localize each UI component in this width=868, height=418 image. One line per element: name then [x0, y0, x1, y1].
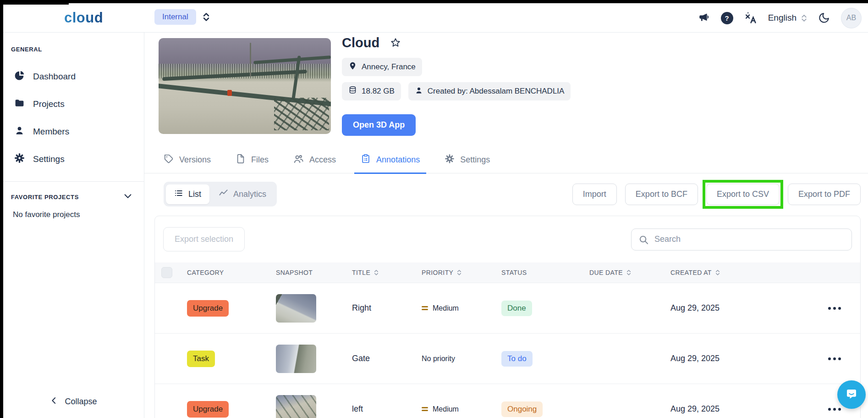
star-icon[interactable] [390, 37, 401, 49]
sidebar-item-settings[interactable]: Settings [3, 145, 144, 173]
chevron-left-icon [50, 396, 58, 407]
annotations-table-card: Export selection CATEGORY SNAPSHOT TITLE… [154, 216, 861, 418]
users-icon [293, 154, 304, 167]
sort-icon [374, 269, 379, 276]
created-at: Aug 29, 2025 [670, 354, 776, 363]
open-3d-app-button[interactable]: Open 3D App [342, 114, 416, 136]
import-button[interactable]: Import [572, 184, 617, 205]
page-title: Cloud [342, 35, 379, 50]
gear-icon [445, 154, 455, 166]
moon-icon[interactable] [818, 12, 830, 24]
project-tabs: Versions Files Access Annotations [144, 147, 868, 173]
tab-access[interactable]: Access [293, 147, 336, 173]
view-analytics-label: Analytics [233, 189, 266, 199]
row-menu-button[interactable] [824, 354, 845, 364]
chevron-updown-icon[interactable] [203, 12, 210, 22]
gear-icon [14, 153, 25, 166]
table-row[interactable]: Task Gate No priority To do Aug 29, 2025 [155, 333, 860, 384]
location-pin-icon [348, 61, 357, 72]
window-frame-top [0, 0, 868, 3]
workspace-chip[interactable]: Internal [154, 9, 196, 25]
tab-label: Files [251, 155, 269, 165]
search-box [631, 229, 852, 251]
file-icon [236, 154, 246, 166]
header-actions: ? English AB [698, 3, 862, 33]
tab-label: Access [309, 155, 336, 165]
size-label: 18.82 GB [362, 87, 395, 96]
column-header-title[interactable]: TITLE [352, 269, 422, 276]
help-icon[interactable]: ? [721, 12, 733, 24]
app-logo[interactable]: cloud [64, 10, 103, 26]
priority-cell: No priority [422, 355, 501, 363]
favorites-section-header[interactable]: FAVORITE PROJECTS [3, 182, 144, 203]
window-frame-left [0, 0, 3, 418]
sidebar-item-dashboard[interactable]: Dashboard [3, 63, 144, 90]
avatar[interactable]: AB [841, 8, 862, 28]
collapse-sidebar-button[interactable]: Collapse [3, 391, 144, 412]
export-bcf-button[interactable]: Export to BCF [625, 184, 698, 205]
table-row[interactable]: Upgrade Right Medium Done Aug 29, 2025 [155, 283, 860, 333]
category-badge: Upgrade [187, 401, 229, 418]
table-row[interactable]: Upgrade left Medium Ongoing Aug 29, 2025 [155, 384, 860, 418]
export-csv-button[interactable]: Export to CSV [706, 184, 780, 205]
table-header-row: CATEGORY SNAPSHOT TITLE PRIORITY STATUS … [155, 262, 860, 283]
location-label: Annecy, France [362, 62, 416, 72]
favorites-heading: FAVORITE PROJECTS [11, 194, 79, 201]
megaphone-icon[interactable] [698, 12, 710, 24]
created-at: Aug 29, 2025 [670, 404, 776, 414]
sidebar: GENERAL Dashboard Projects Members [3, 33, 144, 418]
list-icon [174, 189, 183, 200]
sort-icon [626, 269, 631, 276]
tab-annotations[interactable]: Annotations [361, 147, 420, 173]
column-header-due-date[interactable]: DUE DATE [589, 269, 670, 276]
column-header-snapshot: SNAPSHOT [276, 269, 352, 276]
clipboard-icon [361, 154, 371, 166]
export-selection-button[interactable]: Export selection [163, 227, 245, 251]
column-header-category: CATEGORY [187, 269, 276, 276]
translate-icon[interactable] [744, 11, 757, 24]
row-menu-button[interactable] [824, 404, 845, 414]
tab-files[interactable]: Files [236, 147, 269, 173]
sidebar-item-label: Dashboard [33, 72, 76, 82]
size-chip: 18.82 GB [342, 82, 401, 100]
select-all-checkbox[interactable] [161, 267, 172, 278]
status-badge: Ongoing [501, 401, 543, 417]
status-badge: Done [501, 301, 532, 316]
export-pdf-button[interactable]: Export to PDF [788, 184, 861, 205]
person-icon [14, 125, 25, 138]
view-analytics-button[interactable]: Analytics [210, 184, 275, 204]
sidebar-item-members[interactable]: Members [3, 118, 144, 145]
view-toggle: List Analytics [164, 182, 277, 206]
annotations-toolbar: List Analytics Import Export to BCF Expo… [164, 183, 861, 206]
export-buttons: Import Export to BCF Export to CSV Expor… [572, 184, 861, 205]
tab-versions[interactable]: Versions [164, 147, 211, 173]
help-glyph: ? [721, 12, 733, 24]
created-by-chip: Created by: Abdessalam BENCHADLIA [408, 82, 571, 100]
project-info: Cloud Annecy, France 18.82 [342, 35, 571, 136]
snapshot-thumbnail[interactable] [276, 294, 316, 323]
search-input[interactable] [631, 229, 852, 251]
column-header-status: STATUS [501, 269, 589, 276]
column-header-created-at[interactable]: CREATED AT [670, 269, 776, 276]
sidebar-item-projects[interactable]: Projects [3, 90, 144, 118]
snapshot-thumbnail[interactable] [276, 345, 316, 373]
priority-cell: Medium [422, 304, 501, 312]
top-bar: cloud Internal ? English [3, 3, 868, 33]
collapse-label: Collapse [65, 397, 97, 407]
row-menu-button[interactable] [824, 303, 845, 313]
annotation-title: Right [352, 303, 422, 313]
category-badge: Upgrade [187, 300, 229, 317]
tab-label: Versions [179, 155, 211, 165]
annotation-title: Gate [352, 354, 422, 363]
chat-launcher-button[interactable] [837, 380, 866, 409]
view-list-button[interactable]: List [166, 184, 209, 204]
chevron-down-icon [123, 191, 133, 203]
snapshot-thumbnail[interactable] [276, 395, 316, 418]
sort-icon [457, 269, 461, 276]
sidebar-item-label: Projects [33, 99, 65, 109]
created-at: Aug 29, 2025 [670, 303, 776, 313]
column-header-priority[interactable]: PRIORITY [422, 269, 501, 276]
language-label: English [768, 13, 797, 23]
language-selector[interactable]: English [768, 13, 807, 23]
tab-settings[interactable]: Settings [445, 147, 490, 173]
